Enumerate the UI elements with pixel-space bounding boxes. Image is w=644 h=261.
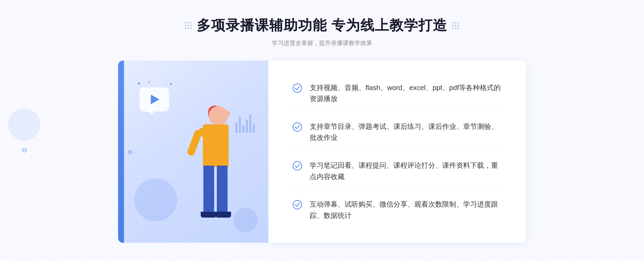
- blue-accent-bar: [118, 61, 124, 243]
- svg-point-0: [293, 84, 302, 92]
- feature-item-2: 支持章节目录、弹题考试、课后练习、课后作业、章节测验、批改作业: [292, 116, 504, 148]
- illustration-panel: » ✦ ✦ ✦: [118, 61, 268, 243]
- sparkle-icon-3: ✦: [169, 81, 173, 87]
- feature-item-1: 支持视频、音频、flash、word、excel、ppt、pdf等各种格式的资源…: [292, 77, 504, 110]
- sparkle-icon-1: ✦: [137, 81, 141, 87]
- page-container: » 多项录播课辅助功能 专为线上教学打造 学习进度全掌握，提升录播课教学效果: [0, 0, 644, 261]
- svg-point-1: [293, 123, 302, 131]
- main-title: 多项录播课辅助功能 专为线上教学打造: [197, 16, 447, 35]
- side-decoration-left: »: [8, 108, 40, 156]
- check-icon-4: [292, 200, 302, 210]
- deco-circle-large: [134, 178, 177, 221]
- sparkle-icon-2: ✦: [148, 80, 151, 84]
- check-icon-2: [292, 122, 302, 132]
- feature-text-1: 支持视频、音频、flash、word、excel、ppt、pdf等各种格式的资源…: [310, 82, 504, 105]
- feature-text-4: 互动弹幕、试听购买、微信分享、观看次数限制、学习进度跟踪、数据统计: [310, 199, 504, 221]
- svg-point-2: [293, 162, 302, 170]
- title-decoration-right: [452, 22, 459, 29]
- check-icon-1: [292, 83, 302, 93]
- header-section: 多项录播课辅助功能 专为线上教学打造 学习进度全掌握，提升录播课教学效果: [185, 16, 459, 47]
- feature-item-4: 互动弹幕、试听购买、微信分享、观看次数限制、学习进度跟踪、数据统计: [292, 194, 504, 226]
- subtitle: 学习进度全掌握，提升录播课教学效果: [272, 39, 372, 47]
- svg-point-3: [293, 200, 302, 209]
- content-wrapper: » ✦ ✦ ✦: [118, 61, 526, 243]
- title-decoration-left: [185, 22, 192, 29]
- check-icon-3: [292, 161, 302, 171]
- play-button-bubble: [140, 87, 169, 111]
- title-row: 多项录播课辅助功能 专为线上教学打造: [185, 16, 459, 35]
- features-panel: 支持视频、音频、flash、word、excel、ppt、pdf等各种格式的资源…: [268, 61, 526, 243]
- play-bubble-tail: [148, 110, 155, 115]
- feature-text-3: 学习笔记回看、课程提问、课程评论打分、课件资料下载，重点内容收藏: [310, 160, 504, 182]
- feature-item-3: 学习笔记回看、课程提问、课程评论打分、课件资料下载，重点内容收藏: [292, 155, 504, 187]
- person-illustration: [179, 103, 249, 243]
- chevron-left-icon: »: [127, 146, 133, 157]
- feature-text-2: 支持章节目录、弹题考试、课后练习、课后作业、章节测验、批改作业: [310, 121, 504, 143]
